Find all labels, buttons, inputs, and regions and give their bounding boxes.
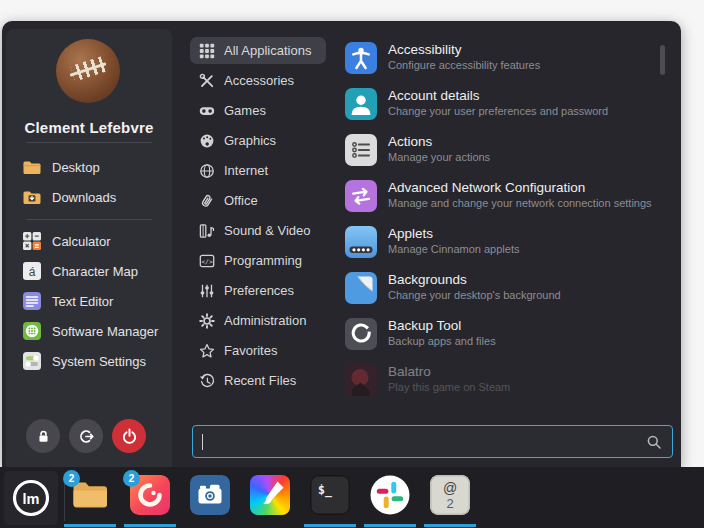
sidebar-item-calculator[interactable]: Calculator xyxy=(18,226,168,256)
app-row-account-details[interactable]: Account detailsChange your user preferen… xyxy=(343,83,669,129)
search-box xyxy=(192,425,673,458)
sidebar-item-system-settings[interactable]: System Settings xyxy=(18,346,168,376)
globe-icon xyxy=(199,163,215,179)
sidebar-item-software-manager[interactable]: Software Manager xyxy=(18,316,168,346)
taskbar-item-slack[interactable] xyxy=(370,475,410,515)
lock-icon xyxy=(35,428,52,445)
running-indicator xyxy=(424,524,476,528)
app-row-advanced-network-configuration[interactable]: Advanced Network ConfigurationManage and… xyxy=(343,175,669,221)
category-all-applications[interactable]: All Applications xyxy=(190,37,326,64)
taskbar-item-files[interactable]: 2 xyxy=(70,475,110,515)
category-label: Programming xyxy=(224,253,302,268)
code-icon: </> xyxy=(199,253,215,269)
menu-button[interactable]: lm xyxy=(4,471,58,525)
category-internet[interactable]: Internet xyxy=(190,157,326,184)
svg-text:</>: </> xyxy=(201,257,213,265)
sidebar-item-character-map[interactable]: áCharacter Map xyxy=(18,256,168,286)
category-programming[interactable]: </>Programming xyxy=(190,247,326,274)
app-title: Account details xyxy=(388,88,608,103)
scrollbar-thumb[interactable] xyxy=(660,45,665,75)
sidebar-item-desktop[interactable]: Desktop xyxy=(18,152,168,182)
taskbar-item-firefox[interactable]: 2 xyxy=(130,475,170,515)
screenshot-icon xyxy=(190,475,230,515)
category-administration[interactable]: Administration xyxy=(190,307,326,334)
network-icon xyxy=(345,180,377,212)
star-icon xyxy=(199,343,215,359)
category-favorites[interactable]: Favorites xyxy=(190,337,326,364)
backgrounds-icon xyxy=(345,272,377,304)
running-indicator xyxy=(304,524,356,528)
folder-download-icon xyxy=(22,187,42,207)
app-text: Account detailsChange your user preferen… xyxy=(388,83,608,117)
avatar[interactable] xyxy=(56,39,120,103)
app-row-actions[interactable]: ActionsManage your actions xyxy=(343,129,669,175)
app-title: Backup Tool xyxy=(388,318,496,333)
app-title: Backgrounds xyxy=(388,272,561,287)
category-accessories[interactable]: Accessories xyxy=(190,67,326,94)
sidebar-item-label: Desktop xyxy=(52,160,100,175)
folder-icon xyxy=(22,157,42,177)
category-recent-files[interactable]: Recent Files xyxy=(190,367,326,394)
logout-button[interactable] xyxy=(69,419,103,453)
category-label: Recent Files xyxy=(224,373,296,388)
category-preferences[interactable]: Preferences xyxy=(190,277,326,304)
application-list: AccessibilityConfigure accessibility fea… xyxy=(343,37,669,405)
svg-text:á: á xyxy=(29,265,36,279)
app-row-applets[interactable]: AppletsManage Cinnamon applets xyxy=(343,221,669,267)
category-office[interactable]: Office xyxy=(190,187,326,214)
app-row-accessibility[interactable]: AccessibilityConfigure accessibility fea… xyxy=(343,37,669,83)
user-name: Clement Lefebvre xyxy=(6,119,172,136)
category-graphics[interactable]: Graphics xyxy=(190,127,326,154)
app-text: AppletsManage Cinnamon applets xyxy=(388,221,519,255)
power-icon xyxy=(121,428,138,445)
sidebar-item-downloads[interactable]: Downloads xyxy=(18,182,168,212)
apps-grid-icon xyxy=(199,43,215,59)
accessibility-icon xyxy=(345,42,377,74)
app-row-balatro[interactable]: BalatroPlay this game on Steam xyxy=(343,359,669,405)
taskbar-item-drawing[interactable] xyxy=(250,475,290,515)
shortcuts-list: CalculatoráCharacter MapText EditorSoftw… xyxy=(18,226,168,376)
taskbar-panel: lm 22$_@2 xyxy=(0,467,704,528)
category-label: Graphics xyxy=(224,133,276,148)
gear-icon xyxy=(199,313,215,329)
app-text: ActionsManage your actions xyxy=(388,129,490,163)
search-input[interactable] xyxy=(203,434,646,449)
backup-icon xyxy=(345,318,377,350)
paperclip-icon xyxy=(199,193,215,209)
taskbar-item-screenshot[interactable] xyxy=(190,475,230,515)
svg-text:@: @ xyxy=(443,480,457,496)
power-button[interactable] xyxy=(112,419,146,453)
svg-text:$_: $_ xyxy=(318,483,332,498)
app-title: Accessibility xyxy=(388,42,540,57)
taskbar-item-mail[interactable]: @2 xyxy=(430,475,470,515)
applets-icon xyxy=(345,226,377,258)
character-map-icon: á xyxy=(22,261,42,281)
app-text: Advanced Network ConfigurationManage and… xyxy=(388,175,652,209)
lock-button[interactable] xyxy=(26,419,60,453)
sidebar-item-text-editor[interactable]: Text Editor xyxy=(18,286,168,316)
app-text: Backup ToolBackup apps and files xyxy=(388,313,496,347)
running-indicator xyxy=(364,524,416,528)
taskbar-item-terminal[interactable]: $_ xyxy=(310,475,350,515)
category-label: Preferences xyxy=(224,283,294,298)
menu-sidebar: Clement Lefebvre DesktopDownloads Calcul… xyxy=(6,29,172,467)
system-settings-icon xyxy=(22,351,42,371)
sidebar-item-label: Software Manager xyxy=(52,324,158,339)
app-row-backup-tool[interactable]: Backup ToolBackup apps and files xyxy=(343,313,669,359)
app-subtitle: Play this game on Steam xyxy=(388,381,510,393)
sidebar-item-label: Text Editor xyxy=(52,294,113,309)
gamepad-icon xyxy=(199,103,215,119)
category-games[interactable]: Games xyxy=(190,97,326,124)
app-subtitle: Change your desktop's background xyxy=(388,289,561,301)
running-indicator xyxy=(64,524,116,528)
category-sound-video[interactable]: Sound & Video xyxy=(190,217,326,244)
sidebar-item-label: Downloads xyxy=(52,190,116,205)
app-row-backgrounds[interactable]: BackgroundsChange your desktop's backgro… xyxy=(343,267,669,313)
text-editor-icon xyxy=(22,291,42,311)
search-icon xyxy=(646,434,662,450)
notification-badge: 2 xyxy=(123,470,140,487)
sliders-icon xyxy=(199,283,215,299)
app-subtitle: Backup apps and files xyxy=(388,335,496,347)
category-label: All Applications xyxy=(224,43,311,58)
running-indicator xyxy=(124,524,176,528)
